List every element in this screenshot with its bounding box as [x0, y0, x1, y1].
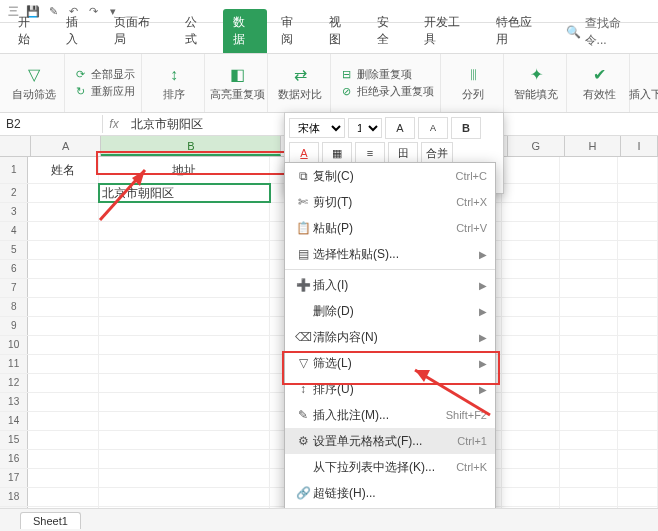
cell[interactable] — [502, 450, 560, 468]
tab-layout[interactable]: 页面布局 — [104, 9, 172, 53]
highlight-dup-button[interactable]: ◧高亮重复项 — [207, 54, 268, 112]
cell[interactable] — [618, 279, 658, 297]
cell[interactable] — [560, 336, 618, 354]
cell[interactable] — [618, 241, 658, 259]
cell[interactable] — [28, 393, 99, 411]
cell[interactable] — [502, 412, 560, 430]
tab-special[interactable]: 特色应用 — [486, 9, 554, 53]
cell[interactable] — [99, 355, 270, 373]
tab-data[interactable]: 数据 — [223, 9, 267, 53]
reject-dup-button[interactable]: ⊘拒绝录入重复项 — [339, 84, 434, 99]
cell[interactable] — [560, 469, 618, 487]
validation-button[interactable]: ✔有效性 — [569, 54, 630, 112]
cell[interactable] — [502, 317, 560, 335]
cell[interactable] — [560, 260, 618, 278]
cell[interactable] — [560, 222, 618, 240]
context-menu-item[interactable]: 🔗超链接(H)... — [285, 480, 495, 506]
select-all-corner[interactable] — [0, 136, 31, 156]
cell[interactable] — [618, 336, 658, 354]
cell[interactable] — [99, 431, 270, 449]
increase-font-button[interactable]: A — [385, 117, 415, 139]
cell[interactable] — [502, 260, 560, 278]
cell[interactable]: 姓名 — [28, 157, 99, 183]
row-header[interactable]: 13 — [0, 393, 28, 411]
row-header[interactable]: 1 — [0, 157, 28, 183]
cell[interactable] — [99, 222, 270, 240]
context-menu-item[interactable]: ⌫清除内容(N)▶ — [285, 324, 495, 350]
row-header[interactable]: 7 — [0, 279, 28, 297]
cell[interactable] — [502, 184, 560, 202]
cell[interactable] — [28, 184, 99, 202]
cell[interactable] — [502, 336, 560, 354]
cell[interactable] — [99, 241, 270, 259]
cell[interactable] — [502, 431, 560, 449]
cell[interactable] — [28, 374, 99, 392]
context-menu-item[interactable]: ⧉复制(C)Ctrl+C — [285, 163, 495, 189]
tab-review[interactable]: 审阅 — [271, 9, 315, 53]
col-H[interactable]: H — [565, 136, 622, 156]
cell[interactable] — [99, 317, 270, 335]
cell[interactable] — [99, 336, 270, 354]
split-button[interactable]: ⫴分列 — [443, 54, 504, 112]
col-I[interactable]: I — [621, 136, 658, 156]
cell[interactable] — [28, 450, 99, 468]
search-command[interactable]: 🔍 查找命令... — [558, 11, 650, 53]
row-header[interactable]: 14 — [0, 412, 28, 430]
cell[interactable] — [99, 393, 270, 411]
row-header[interactable]: 8 — [0, 298, 28, 316]
cell[interactable] — [560, 203, 618, 221]
cell[interactable] — [618, 298, 658, 316]
cell[interactable] — [618, 157, 658, 183]
tab-formula[interactable]: 公式 — [175, 9, 219, 53]
cell[interactable] — [28, 260, 99, 278]
cell[interactable] — [28, 469, 99, 487]
fill-color-button[interactable]: ▦ — [322, 142, 352, 164]
row-header[interactable]: 10 — [0, 336, 28, 354]
compare-button[interactable]: ⇄数据对比 — [270, 54, 331, 112]
cell[interactable] — [618, 260, 658, 278]
cell[interactable] — [502, 374, 560, 392]
col-B[interactable]: B — [101, 136, 281, 156]
cell[interactable] — [560, 393, 618, 411]
cell[interactable] — [502, 241, 560, 259]
cell[interactable] — [28, 412, 99, 430]
cell[interactable] — [502, 203, 560, 221]
cell[interactable] — [28, 431, 99, 449]
cell[interactable] — [28, 241, 99, 259]
insert-dropdown-button[interactable]: ▾插入下拉列表 — [632, 54, 658, 112]
cell[interactable] — [28, 222, 99, 240]
row-header[interactable]: 9 — [0, 317, 28, 335]
cell[interactable] — [560, 355, 618, 373]
cell[interactable] — [99, 469, 270, 487]
cell[interactable] — [99, 279, 270, 297]
context-menu-item[interactable]: ▤选择性粘贴(S)...▶ — [285, 241, 495, 267]
cell[interactable] — [502, 355, 560, 373]
cell[interactable] — [618, 431, 658, 449]
cell[interactable] — [28, 488, 99, 506]
cell[interactable] — [618, 317, 658, 335]
row-header[interactable]: 16 — [0, 450, 28, 468]
row-header[interactable]: 18 — [0, 488, 28, 506]
cell[interactable] — [502, 157, 560, 183]
cell[interactable] — [618, 412, 658, 430]
col-G[interactable]: G — [508, 136, 565, 156]
borders-button[interactable]: 田 — [388, 142, 418, 164]
cell[interactable] — [618, 469, 658, 487]
context-menu-item[interactable]: ↕排序(U)▶ — [285, 376, 495, 402]
cell[interactable] — [99, 412, 270, 430]
align-button[interactable]: ≡ — [355, 142, 385, 164]
merge-button[interactable]: 合并 — [421, 142, 453, 164]
cell[interactable] — [502, 393, 560, 411]
row-header[interactable]: 11 — [0, 355, 28, 373]
tab-dev[interactable]: 开发工具 — [414, 9, 482, 53]
context-menu-item[interactable]: ⚙设置单元格格式(F)...Ctrl+1 — [285, 428, 495, 454]
sort-button[interactable]: ↕排序 — [144, 54, 205, 112]
row-header[interactable]: 6 — [0, 260, 28, 278]
cell[interactable] — [28, 317, 99, 335]
remove-dup-button[interactable]: ⊟删除重复项 — [339, 67, 412, 82]
cell[interactable] — [99, 374, 270, 392]
tab-view[interactable]: 视图 — [319, 9, 363, 53]
context-menu-item[interactable]: ▽筛选(L)▶ — [285, 350, 495, 376]
size-select[interactable]: 11 — [348, 118, 382, 138]
reapply-button[interactable]: ↻重新应用 — [73, 84, 135, 99]
